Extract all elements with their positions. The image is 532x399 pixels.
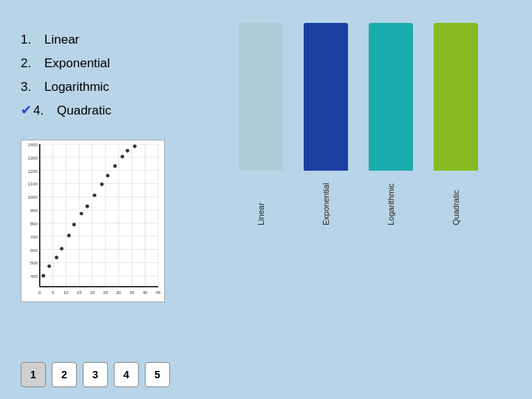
nav-btn-3[interactable]: 3 — [83, 362, 108, 387]
svg-point-53 — [93, 193, 97, 197]
option-label: Logarithmic — [44, 78, 109, 96]
svg-text:1300: 1300 — [28, 155, 38, 160]
option-label: Quadratic — [57, 102, 112, 120]
svg-text:30: 30 — [116, 290, 121, 295]
bar-exponential — [304, 23, 348, 171]
svg-text:1100: 1100 — [28, 182, 38, 186]
svg-text:45: 45 — [156, 290, 161, 295]
bar-logarithmic — [369, 23, 413, 171]
content-row: 1.Linear2.Exponential3.Logarithmic✔4.Qua… — [21, 31, 511, 353]
left-panel: 1.Linear2.Exponential3.Logarithmic✔4.Qua… — [21, 31, 183, 353]
svg-point-57 — [120, 154, 124, 158]
page: 1.Linear2.Exponential3.Logarithmic✔4.Qua… — [0, 0, 532, 399]
option-item-exponential: 2.Exponential — [21, 55, 183, 72]
nav-buttons: 12345 — [21, 353, 511, 387]
svg-text:35: 35 — [129, 290, 134, 295]
svg-text:40: 40 — [143, 290, 148, 295]
option-number: 2. — [21, 55, 38, 72]
bar-wrapper-exponential: Exponential — [304, 23, 348, 225]
svg-point-58 — [126, 149, 129, 152]
svg-text:0: 0 — [38, 290, 41, 295]
svg-text:1400: 1400 — [28, 143, 38, 147]
option-label: Exponential — [44, 55, 110, 72]
svg-point-48 — [60, 247, 64, 250]
svg-point-45 — [41, 273, 45, 277]
option-number: 4. — [33, 102, 51, 120]
bar-label-exponential: Exponential — [321, 174, 330, 225]
svg-text:800: 800 — [30, 222, 38, 226]
option-label: Linear — [44, 31, 79, 49]
bar-label-linear: Linear — [256, 174, 265, 225]
svg-text:700: 700 — [30, 234, 38, 239]
nav-btn-1[interactable]: 1 — [21, 362, 46, 387]
option-item-linear: 1.Linear — [21, 31, 183, 49]
svg-point-47 — [55, 256, 58, 259]
bar-wrapper-quadratic: Quadratic — [434, 23, 478, 225]
svg-point-52 — [86, 204, 89, 208]
option-item-quadratic: ✔4.Quadratic — [21, 101, 183, 120]
svg-point-51 — [80, 211, 83, 215]
svg-point-49 — [67, 233, 71, 237]
bars-area: LinearExponentialLogarithmicQuadratic — [231, 48, 478, 225]
nav-btn-5[interactable]: 5 — [145, 362, 170, 387]
bar-label-logarithmic: Logarithmic — [386, 174, 395, 225]
svg-text:400: 400 — [30, 274, 38, 279]
option-number: 3. — [21, 78, 38, 96]
checkmark-icon: ✔ — [21, 101, 32, 120]
svg-text:500: 500 — [30, 261, 38, 265]
svg-text:20: 20 — [90, 290, 95, 295]
chart-panel: 25%25%25%25% LinearExponentialLogarithmi… — [183, 31, 511, 353]
svg-text:1000: 1000 — [28, 195, 38, 200]
bar-wrapper-logarithmic: Logarithmic — [369, 23, 413, 225]
svg-text:10: 10 — [64, 290, 69, 295]
svg-point-59 — [133, 144, 137, 148]
svg-text:25: 25 — [103, 290, 109, 295]
svg-point-54 — [100, 183, 103, 186]
nav-btn-2[interactable]: 2 — [52, 362, 77, 387]
bar-linear — [239, 23, 283, 171]
svg-point-46 — [47, 264, 51, 267]
bar-quadratic — [434, 23, 478, 171]
bar-wrapper-linear: Linear — [239, 23, 283, 225]
svg-text:15: 15 — [77, 290, 82, 295]
option-item-logarithmic: 3.Logarithmic — [21, 78, 183, 96]
options-list: 1.Linear2.Exponential3.Logarithmic✔4.Qua… — [21, 31, 183, 126]
svg-text:5: 5 — [52, 290, 55, 295]
svg-text:600: 600 — [30, 248, 38, 252]
svg-point-50 — [72, 222, 76, 226]
nav-btn-4[interactable]: 4 — [114, 362, 139, 387]
chart-container: 25%25%25%25% LinearExponentialLogarithmi… — [198, 31, 511, 225]
option-number: 1. — [21, 31, 38, 49]
svg-text:900: 900 — [30, 208, 38, 213]
svg-text:1200: 1200 — [28, 168, 38, 173]
bar-label-quadratic: Quadratic — [451, 174, 460, 225]
svg-point-55 — [106, 174, 109, 177]
svg-point-56 — [113, 164, 117, 168]
scatter-plot: 1400 1300 1200 1100 1000 900 800 700 600… — [21, 140, 165, 302]
